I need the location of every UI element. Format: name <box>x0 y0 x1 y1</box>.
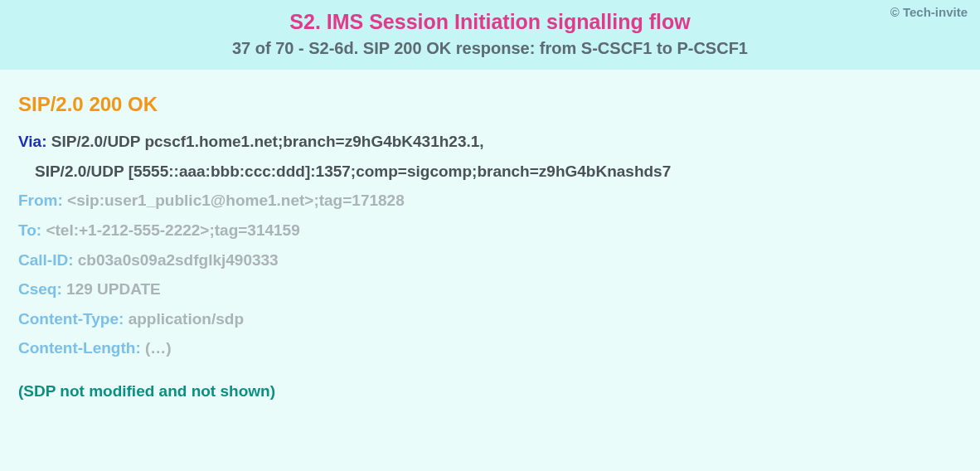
via-header-value2: SIP/2.0/UDP [5555::aaa:bbb:ccc:ddd]:1357… <box>35 163 671 180</box>
callid-header-line: Call-ID: cb03a0s09a2sdfglkj490333 <box>18 250 962 271</box>
to-header-value: <tel:+1-212-555-2222>;tag=314159 <box>46 221 299 239</box>
contentlength-header-name: Content-Length: <box>18 339 141 357</box>
to-header-line: To: <tel:+1-212-555-2222>;tag=314159 <box>18 220 962 241</box>
contenttype-header-name: Content-Type: <box>18 310 124 328</box>
document-container: © Tech-invite S2. IMS Session Initiation… <box>0 0 980 471</box>
cseq-header-value: 129 UPDATE <box>66 280 161 298</box>
callid-header-value: cb03a0s09a2sdfglkj490333 <box>78 251 279 269</box>
via-header-name: Via: <box>18 133 47 150</box>
contentlength-header-value: (…) <box>145 339 172 357</box>
sip-response-line: SIP/2.0 200 OK <box>18 93 962 116</box>
from-header-name: From: <box>18 192 63 209</box>
cseq-header-line: Cseq: 129 UPDATE <box>18 279 962 300</box>
via-header-value1: SIP/2.0/UDP pcscf1.home1.net;branch=z9hG… <box>51 133 484 150</box>
sdp-note: (SDP not modified and not shown) <box>18 382 962 401</box>
header-band: © Tech-invite S2. IMS Session Initiation… <box>0 0 980 70</box>
to-header-name: To: <box>18 221 41 239</box>
contenttype-header-value: application/sdp <box>129 310 244 328</box>
from-header-line: From: <sip:user1_public1@home1.net>;tag=… <box>18 190 962 211</box>
via-header-line1: Via: SIP/2.0/UDP pcscf1.home1.net;branch… <box>18 131 962 153</box>
sub-title: 37 of 70 - S2-6d. SIP 200 OK response: f… <box>12 39 968 58</box>
from-header-value: <sip:user1_public1@home1.net>;tag=171828 <box>67 192 405 209</box>
cseq-header-name: Cseq: <box>18 280 62 298</box>
contentlength-header-line: Content-Length: (…) <box>18 337 962 359</box>
content-area: SIP/2.0 200 OK Via: SIP/2.0/UDP pcscf1.h… <box>0 70 980 471</box>
contenttype-header-line: Content-Type: application/sdp <box>18 308 962 330</box>
via-header-line2: SIP/2.0/UDP [5555::aaa:bbb:ccc:ddd]:1357… <box>18 161 962 182</box>
callid-header-name: Call-ID: <box>18 251 74 269</box>
copyright-text: © Tech-invite <box>890 5 968 19</box>
main-title: S2. IMS Session Initiation signalling fl… <box>12 10 968 34</box>
